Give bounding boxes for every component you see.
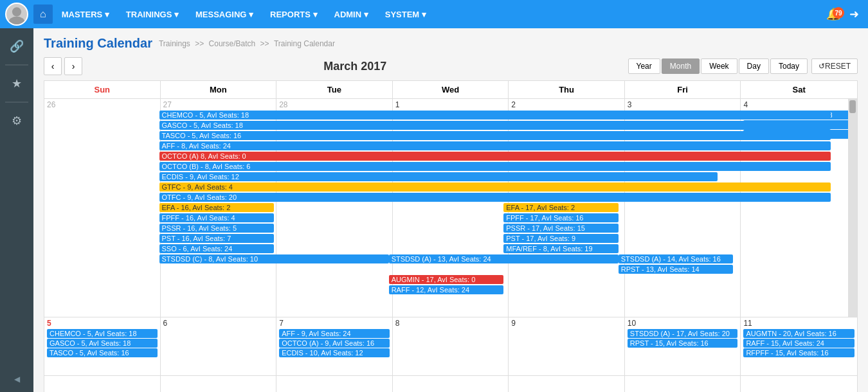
date-mar11: 11 [743, 319, 854, 328]
date-feb26: 26 [47, 100, 158, 109]
notification-bell[interactable]: 🔔 79 [822, 7, 844, 21]
masters-menu[interactable]: MASTERS ▾ [54, 6, 117, 23]
event-r2-ecdis10[interactable]: ECDIS - 10, AvI Seats: 12 [279, 348, 390, 357]
sidebar-divider-2 [5, 102, 28, 103]
cell-mar14 [276, 376, 393, 392]
sidebar-collapse-btn[interactable]: ◀ [4, 366, 30, 392]
event-rfpff-13[interactable]: RFPFF - 13, AvI Seats: 14 [743, 130, 854, 139]
cell-mar18 [741, 376, 857, 392]
header-tue: Tue [276, 81, 393, 98]
breadcrumb-coursebatch[interactable]: Course/Batch [209, 39, 256, 48]
calendar-row-1: 26 27 28 1 2 [44, 99, 857, 317]
cell-mar8: 8 [393, 317, 509, 375]
system-menu[interactable]: SYSTEM ▾ [377, 6, 434, 23]
event-r2-tasco[interactable]: TASCO - 5, AvI Seats: 16 [47, 348, 158, 357]
cell-mar5: 5 CHEMCO - 5, AvI Seats: 18 GASCO - 5, A… [44, 317, 161, 375]
header-mon: Mon [161, 81, 277, 98]
home-button[interactable]: ⌂ [33, 4, 53, 24]
date-mar10: 10 [628, 319, 738, 328]
admin-menu[interactable]: ADMIN ▾ [327, 6, 376, 23]
cell-feb27: 27 [161, 99, 277, 317]
cell-mar12 [44, 376, 161, 392]
cell-mar9: 9 [509, 317, 625, 375]
calendar-title: March 2017 [323, 60, 386, 73]
event-r2-raff15[interactable]: RAFF - 15, AvI Seats: 24 [743, 339, 854, 348]
cell-mar17 [625, 376, 741, 392]
breadcrumb-trainings[interactable]: Trainings [159, 39, 190, 48]
event-r2-augmtn20[interactable]: AUGMTN - 20, AvI Seats: 16 [743, 329, 854, 338]
view-buttons: Year Month Week Day Today ↺RESET [628, 58, 858, 74]
date-mar2: 2 [511, 100, 622, 109]
sidebar-item-settings[interactable]: ⚙ [4, 108, 30, 134]
trainings-menu[interactable]: TRAININGS ▾ [118, 6, 186, 23]
user-avatar[interactable] [5, 3, 28, 26]
date-mar4: 4 [743, 100, 854, 109]
event-r2-octco9[interactable]: OCTCO (A) - 9, AvI Seats: 16 [279, 339, 390, 348]
calendar-header: Sun Mon Tue Wed Thu Fri Sat [44, 81, 857, 99]
view-day[interactable]: Day [739, 58, 769, 74]
sidebar-item-favorite[interactable]: ★ [4, 71, 30, 96]
svg-point-0 [12, 7, 21, 16]
event-r2-rfpff15[interactable]: RFPFF - 15, AvI Seats: 16 [743, 348, 854, 357]
date-mar8: 8 [395, 319, 506, 328]
svg-point-1 [9, 17, 25, 26]
page-header: Training Calendar Trainings >> Course/Ba… [44, 36, 858, 51]
date-mar6: 6 [163, 319, 274, 328]
cell-mar10: 10 STSDSD (A) - 17, AvI Seats: 20 RPST -… [625, 317, 741, 375]
date-mar7: 7 [279, 319, 390, 328]
header-fri: Fri [625, 81, 741, 98]
sidebar: 🔗 ★ ⚙ ◀ [0, 28, 33, 392]
view-today[interactable]: Today [770, 58, 808, 74]
calendar-row-2: 5 CHEMCO - 5, AvI Seats: 18 GASCO - 5, A… [44, 317, 857, 376]
reports-menu[interactable]: REPORTS ▾ [262, 6, 325, 23]
event-r2-chemco[interactable]: CHEMCO - 5, AvI Seats: 18 [47, 329, 158, 338]
breadcrumb: Trainings >> Course/Batch >> Training Ca… [158, 39, 336, 48]
event-augmtn-18[interactable]: AUGMTN - 18, AvI Seats: 8 [743, 111, 854, 120]
cell-feb28: 28 [276, 99, 393, 317]
calendar-row-3 [44, 376, 857, 392]
date-feb27: 27 [163, 100, 274, 109]
header-sat: Sat [741, 81, 857, 98]
messaging-menu[interactable]: MESSAGING ▾ [188, 6, 261, 23]
notification-count: 79 [833, 7, 844, 19]
cell-mar2: 2 [509, 99, 625, 317]
cell-mar4: 4 AUGMTN - 18, AvI Seats: 8 RAFF - 13, A… [741, 99, 857, 317]
reset-button[interactable]: ↺RESET [811, 58, 858, 74]
next-button[interactable]: › [64, 57, 82, 75]
prev-button[interactable]: ‹ [44, 57, 62, 75]
cell-mar11: 11 AUGMTN - 20, AvI Seats: 16 RAFF - 15,… [741, 317, 857, 375]
header-sun: Sun [44, 81, 161, 98]
date-feb28: 28 [279, 100, 390, 109]
date-mar9: 9 [511, 319, 622, 328]
logout-button[interactable]: ➜ [845, 3, 863, 25]
cell-mar16 [509, 376, 625, 392]
cell-mar1: 1 [393, 99, 509, 317]
view-month[interactable]: Month [662, 58, 700, 74]
calendar-toolbar: ‹ › March 2017 Year Month Week Day Today… [44, 57, 858, 75]
cell-mar6: 6 [161, 317, 277, 375]
date-mar1: 1 [395, 100, 506, 109]
view-year[interactable]: Year [628, 58, 660, 74]
event-r2-aff9[interactable]: AFF - 9, AvI Seats: 24 [279, 329, 390, 338]
cell-mar7: 7 AFF - 9, AvI Seats: 24 OCTCO (A) - 9, … [276, 317, 393, 375]
event-r2-stsdsd17[interactable]: STSDSD (A) - 17, AvI Seats: 20 [628, 329, 738, 338]
top-nav: ⌂ MASTERS ▾ TRAININGS ▾ MESSAGING ▾ REPO… [0, 0, 868, 28]
view-week[interactable]: Week [701, 58, 737, 74]
cell-feb26: 26 [44, 99, 161, 317]
breadcrumb-calendar[interactable]: Training Calendar [274, 39, 335, 48]
cell-mar13 [161, 376, 277, 392]
header-wed: Wed [393, 81, 509, 98]
event-r2-gasco[interactable]: GASCO - 5, AvI Seats: 18 [47, 339, 158, 348]
sidebar-divider [5, 64, 28, 66]
event-raff-13[interactable]: RAFF - 13, AvI Seats: 24 [743, 120, 854, 129]
sidebar-item-link[interactable]: 🔗 [4, 33, 30, 59]
calendar-grid: Sun Mon Tue Wed Thu Fri Sat 26 [44, 80, 858, 392]
cell-mar15 [393, 376, 509, 392]
page-title: Training Calendar [44, 36, 152, 51]
header-thu: Thu [509, 81, 625, 98]
event-r2-rpst15[interactable]: RPST - 15, AvI Seats: 16 [628, 339, 738, 348]
cell-mar3: 3 [625, 99, 741, 317]
calendar-nav: ‹ › [44, 57, 82, 75]
date-mar3: 3 [628, 100, 738, 109]
date-mar5: 5 [47, 319, 158, 328]
